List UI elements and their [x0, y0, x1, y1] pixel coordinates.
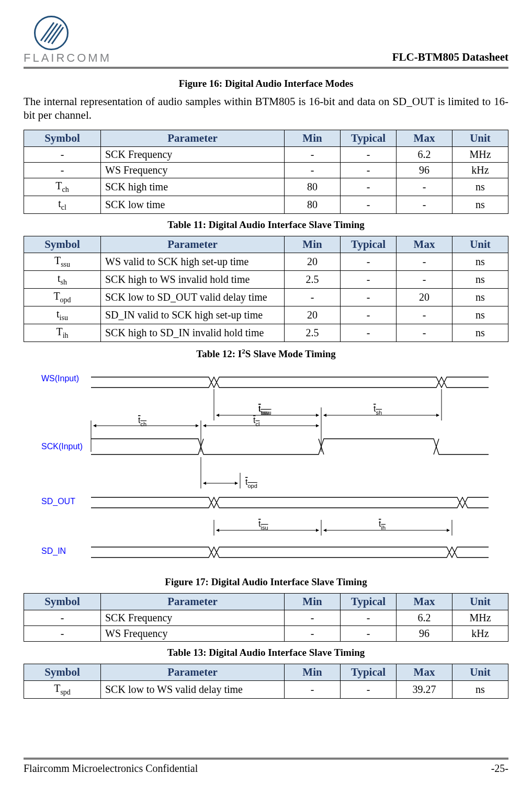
cell-min: 2.5	[285, 270, 341, 288]
table-row: tshSCK high to WS invalid hold time2.5--…	[24, 270, 508, 288]
th-min: Min	[285, 236, 341, 253]
th-min: Min	[285, 593, 341, 610]
ws-label: WS(Input)	[41, 374, 79, 383]
table-11-caption: Table 11: Digital Audio Interface Slave …	[24, 219, 508, 231]
cell-unit: ns	[452, 288, 508, 306]
sdout-label: SD_OUT	[41, 497, 75, 506]
table-row: -SCK Frequency--6.2MHz	[24, 610, 508, 625]
cell-max: -	[397, 324, 452, 342]
cell-parameter: SD_IN valid to SCK high set-up time	[101, 306, 285, 324]
table-row: TihSCK high to SD_IN invalid hold time2.…	[24, 324, 508, 342]
cell-typ: -	[341, 253, 397, 270]
th-symbol: Symbol	[24, 593, 101, 610]
caption-text: S Slave Mode Timing	[245, 348, 336, 359]
table-row: -WS Frequency--96kHz	[24, 162, 508, 178]
cell-symbol: Topd	[24, 288, 101, 306]
sck-label: SCK(Input)	[41, 442, 83, 451]
cell-unit: ns	[452, 253, 508, 270]
cell-symbol: Tih	[24, 324, 101, 342]
th-typical: Typical	[341, 664, 397, 680]
cell-max: -	[397, 178, 452, 196]
cell-symbol: Tch	[24, 178, 101, 196]
cell-unit: MHz	[452, 146, 508, 162]
cell-max: -	[397, 270, 452, 288]
cell-parameter: SCK low time	[101, 196, 285, 213]
cell-symbol: Tspd	[24, 680, 101, 698]
cell-min: 80	[285, 178, 341, 196]
table-13-caption: Table 13: Digital Audio Interface Slave …	[24, 647, 508, 658]
figure-16-caption: Figure 16: Digital Audio Interface Modes	[24, 78, 508, 89]
cell-parameter: SCK Frequency	[101, 610, 285, 625]
table-row: tisuSD_IN valid to SCK high set-up time2…	[24, 306, 508, 324]
cell-min: -	[285, 146, 341, 162]
tisu-label: tisu	[258, 519, 268, 531]
cell-min: 20	[285, 253, 341, 270]
cell-symbol: -	[24, 162, 101, 178]
footer-page-number: -25-	[491, 763, 508, 775]
cell-typ: -	[341, 625, 397, 641]
cell-symbol: Tssu	[24, 253, 101, 270]
table-12: Symbol Parameter Min Typical Max Unit Ts…	[24, 236, 508, 342]
table-12-caption: Table 12: I2S Slave Mode Timing	[24, 347, 508, 360]
th-max: Max	[397, 593, 452, 610]
cell-symbol: -	[24, 625, 101, 641]
th-symbol: Symbol	[24, 236, 101, 253]
cell-unit: ns	[452, 196, 508, 213]
figure-17-caption: Figure 17: Digital Audio Interface Slave…	[24, 576, 508, 588]
table-row: tclSCK low time80--ns	[24, 196, 508, 213]
sdin-label: SD_IN	[41, 547, 66, 556]
table-row: TopdSCK low to SD_OUT valid delay time--…	[24, 288, 508, 306]
cell-typ: -	[341, 162, 397, 178]
table-14: Symbol Parameter Min Typical Max Unit Ts…	[24, 664, 508, 699]
cell-min: 80	[285, 196, 341, 213]
cell-unit: ns	[452, 324, 508, 342]
cell-max: 39.27	[397, 680, 452, 698]
th-typical: Typical	[341, 593, 397, 610]
cell-min: -	[285, 680, 341, 698]
brand-name: FLAIRCOMM	[24, 51, 111, 65]
cell-max: 96	[397, 162, 452, 178]
cell-max: 96	[397, 625, 452, 641]
brand-logo-icon	[34, 16, 69, 50]
cell-parameter: WS Frequency	[101, 162, 285, 178]
logo-block: FLAIRCOMM	[24, 16, 111, 65]
cell-parameter: SCK high time	[101, 178, 285, 196]
th-typical: Typical	[341, 130, 397, 146]
th-parameter: Parameter	[101, 236, 285, 253]
th-max: Max	[397, 236, 452, 253]
cell-parameter: SCK high to WS invalid hold time	[101, 270, 285, 288]
th-max: Max	[397, 664, 452, 680]
th-unit: Unit	[452, 236, 508, 253]
th-parameter: Parameter	[101, 593, 285, 610]
cell-typ: -	[341, 610, 397, 625]
cell-min: -	[285, 288, 341, 306]
cell-unit: ns	[452, 178, 508, 196]
th-unit: Unit	[452, 664, 508, 680]
cell-parameter: SCK low to WS valid delay time	[101, 680, 285, 698]
tih-label: tih	[379, 519, 386, 531]
cell-parameter: SCK low to SD_OUT valid delay time	[101, 288, 285, 306]
cell-typ: -	[341, 178, 397, 196]
caption-sup: 2	[242, 347, 245, 355]
topd-label: topd	[245, 477, 257, 489]
cell-typ: -	[341, 306, 397, 324]
th-typical: Typical	[341, 236, 397, 253]
cell-min: -	[285, 162, 341, 178]
cell-typ: -	[341, 270, 397, 288]
cell-unit: kHz	[452, 625, 508, 641]
th-min: Min	[285, 130, 341, 146]
table-row: TchSCK high time80--ns	[24, 178, 508, 196]
cell-symbol: -	[24, 610, 101, 625]
table-11: Symbol Parameter Min Typical Max Unit -S…	[24, 130, 508, 214]
cell-max: -	[397, 253, 452, 270]
cell-unit: MHz	[452, 610, 508, 625]
th-min: Min	[285, 664, 341, 680]
cell-unit: ns	[452, 306, 508, 324]
cell-min: -	[285, 625, 341, 641]
cell-parameter: SCK high to SD_IN invalid hold time	[101, 324, 285, 342]
cell-symbol: tcl	[24, 196, 101, 213]
table-13: Symbol Parameter Min Typical Max Unit -S…	[24, 593, 508, 642]
tsh-label: tsh	[373, 404, 382, 416]
cell-max: 20	[397, 288, 452, 306]
cell-symbol: tisu	[24, 306, 101, 324]
